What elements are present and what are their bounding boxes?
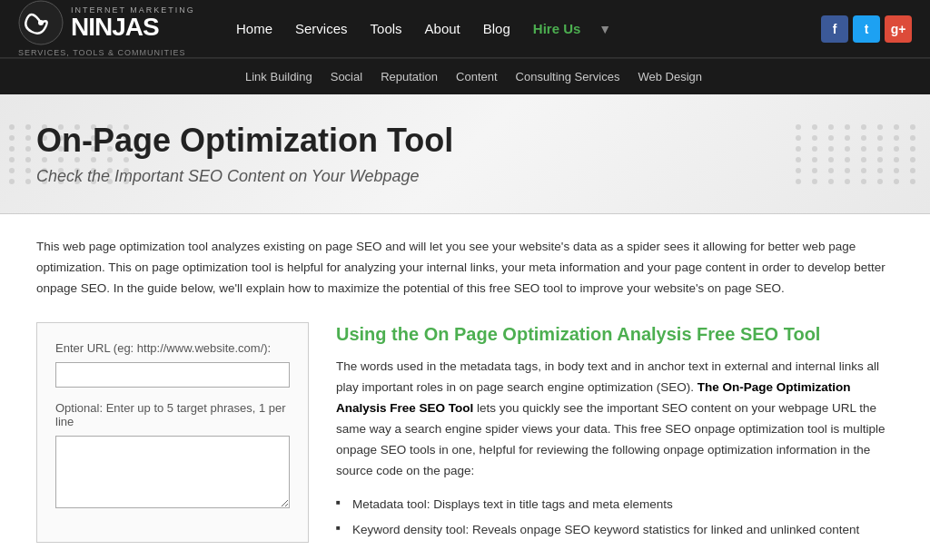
page-title: On-Page Optimization Tool	[36, 122, 894, 160]
list-item: Metadata tool: Displays text in title ta…	[336, 492, 894, 517]
subnav-content[interactable]: Content	[447, 65, 507, 88]
main-content: This web page optimization tool analyzes…	[0, 214, 930, 560]
facebook-button[interactable]: f	[821, 15, 848, 43]
subnav-reputation[interactable]: Reputation	[371, 65, 447, 88]
nav-tools[interactable]: Tools	[361, 16, 411, 41]
phrases-textarea[interactable]	[55, 436, 290, 508]
googleplus-button[interactable]: g+	[885, 15, 912, 43]
logo-tagline: SERVICES, TOOLS & COMMUNITIES	[18, 48, 200, 57]
phrases-label: Optional: Enter up to 5 target phrases, …	[55, 401, 290, 428]
sub-nav: Link Building Social Reputation Content …	[0, 58, 930, 94]
tool-form: Enter URL (eg: http://www.website.com/):…	[36, 322, 309, 543]
header: INTERNET MARKETING NINJAS SERVICES, TOOL…	[0, 0, 930, 94]
bold-tool-name: The On-Page Optimization Analysis Free S…	[336, 380, 850, 415]
nav-hire-us[interactable]: Hire Us	[524, 16, 590, 41]
twitter-button[interactable]: t	[853, 15, 880, 43]
subnav-consulting[interactable]: Consulting Services	[507, 65, 629, 88]
logo-main: INTERNET MARKETING NINJAS	[18, 0, 200, 45]
hero-content: On-Page Optimization Tool Check the Impo…	[36, 122, 894, 186]
nav-home[interactable]: Home	[227, 16, 282, 41]
top-nav: INTERNET MARKETING NINJAS SERVICES, TOOL…	[0, 0, 930, 58]
logo-ninjas: NINJAS	[71, 15, 195, 40]
tool-desc-body: The words used in the metadata tags, in …	[336, 357, 894, 543]
nav-blog[interactable]: Blog	[474, 16, 519, 41]
subnav-social[interactable]: Social	[322, 65, 371, 88]
tool-desc-paragraph: The words used in the metadata tags, in …	[336, 357, 894, 482]
tool-section: Enter URL (eg: http://www.website.com/):…	[36, 322, 894, 543]
hero-banner: const dotsLeft = document.getElementById…	[0, 94, 930, 214]
url-label: Enter URL (eg: http://www.website.com/):	[55, 341, 290, 355]
tool-description: Using the On Page Optimization Analysis …	[336, 322, 894, 543]
logo-area: INTERNET MARKETING NINJAS SERVICES, TOOL…	[18, 0, 200, 57]
nav-services[interactable]: Services	[286, 16, 357, 41]
subnav-link-building[interactable]: Link Building	[236, 65, 322, 88]
feature-list: Metadata tool: Displays text in title ta…	[336, 492, 894, 542]
social-icons: f t g+	[821, 15, 912, 43]
dropdown-arrow-icon[interactable]: ▼	[599, 22, 611, 36]
list-item: Keyword density tool: Reveals onpage SEO…	[336, 517, 894, 543]
main-nav: Home Services Tools About Blog Hire Us ▼	[227, 16, 812, 41]
logo-icon	[18, 0, 64, 45]
url-input[interactable]	[55, 362, 290, 388]
intro-text: This web page optimization tool analyzes…	[36, 237, 894, 300]
logo-text-block: INTERNET MARKETING NINJAS	[71, 5, 195, 40]
nav-about[interactable]: About	[416, 16, 470, 41]
page-subtitle: Check the Important SEO Content on Your …	[36, 167, 894, 186]
subnav-web-design[interactable]: Web Design	[628, 65, 711, 88]
tool-desc-title: Using the On Page Optimization Analysis …	[336, 322, 894, 346]
svg-point-1	[38, 20, 44, 25]
